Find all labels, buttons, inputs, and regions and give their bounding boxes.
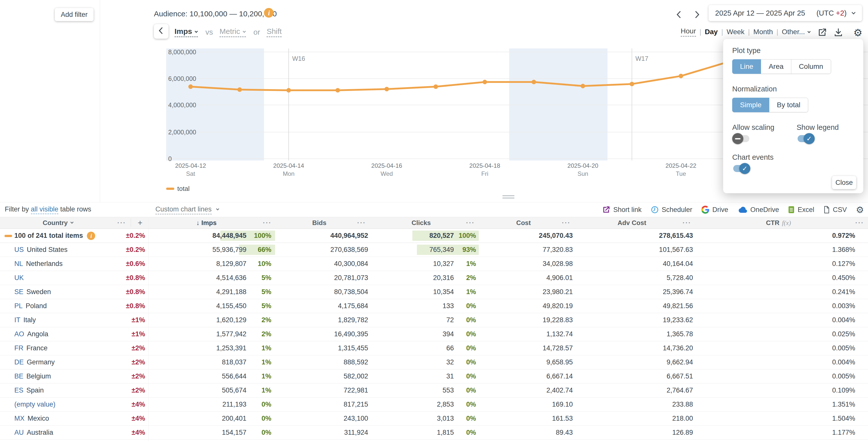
- column-menu-icon[interactable]: ···: [357, 217, 366, 229]
- country-cell[interactable]: AOAngola: [14, 327, 48, 341]
- country-cell[interactable]: AUAustralia: [14, 426, 53, 440]
- table-settings-gear-icon[interactable]: ⚙: [856, 205, 864, 215]
- chart-resize-handle[interactable]: [502, 195, 515, 200]
- country-cell[interactable]: MXMexico: [14, 412, 49, 426]
- utc-label: (UTC +2): [816, 9, 847, 17]
- compare-metric-dropdown[interactable]: Metric: [219, 27, 246, 37]
- add-filter-button[interactable]: Add filter: [55, 8, 94, 21]
- column-menu-icon[interactable]: ···: [117, 217, 126, 229]
- back-button[interactable]: [154, 24, 168, 39]
- info-icon[interactable]: i: [87, 231, 96, 240]
- plot-type-option-area[interactable]: Area: [761, 59, 791, 74]
- column-header-adv-cost[interactable]: Adv Cost: [618, 217, 646, 229]
- country-cell[interactable]: ESSpain: [14, 383, 44, 397]
- download-chart-button[interactable]: [833, 26, 844, 39]
- agg-option-week[interactable]: Week: [727, 28, 745, 36]
- ctr-cell: 0.109%: [832, 383, 855, 397]
- country-cell[interactable]: UK: [14, 271, 27, 285]
- country-cell[interactable]: DEGermany: [14, 355, 55, 369]
- ctr-cell: 1.351%: [832, 398, 855, 411]
- clicks-pct-cell: 0%: [466, 355, 476, 369]
- custom-chart-lines-dropdown[interactable]: Custom chart lines: [155, 205, 219, 213]
- adv-cost-cell: 278,615.43: [659, 229, 693, 243]
- country-name: Sweden: [26, 288, 51, 296]
- clicks-pct-cell: 0%: [466, 341, 476, 355]
- imps-pct-cell: 1%: [261, 369, 271, 383]
- clicks-pct-cell: 0%: [466, 426, 476, 440]
- column-header-country[interactable]: Country: [43, 217, 74, 229]
- export-bar: Short linkSchedulerDriveOneDriveExcelCSV…: [602, 202, 864, 217]
- country-cell[interactable]: SESweden: [14, 285, 51, 299]
- uncertainty-cell: ±2%: [131, 355, 145, 369]
- agg-option-hour[interactable]: Hour: [681, 27, 696, 37]
- x-axis-tick: 2025-04-12Sat: [163, 162, 218, 177]
- agg-option-month[interactable]: Month: [753, 28, 773, 36]
- close-panel-button[interactable]: Close: [832, 176, 856, 189]
- add-column-button[interactable]: +: [138, 217, 143, 229]
- bids-cell: 311,924: [344, 426, 368, 440]
- country-cell[interactable]: NLNetherlands: [14, 257, 63, 271]
- drive-button[interactable]: Drive: [701, 206, 728, 214]
- series-controls: Imps vs Metric or Shift: [175, 26, 282, 38]
- prev-period-button[interactable]: [673, 9, 685, 21]
- country-cell[interactable]: BEBelgium: [14, 369, 51, 383]
- info-icon[interactable]: i: [264, 7, 274, 19]
- column-menu-icon[interactable]: ···: [562, 217, 571, 229]
- shift-dropdown[interactable]: Shift: [267, 27, 282, 37]
- toggle-label: Show legend: [797, 123, 861, 132]
- agg-option-other[interactable]: Other...: [782, 28, 811, 36]
- next-period-button[interactable]: [691, 9, 703, 21]
- total-items-cell[interactable]: 100 of 241 total itemsi: [14, 229, 96, 243]
- country-cell[interactable]: PLPoland: [14, 299, 47, 313]
- minus-icon: [732, 133, 743, 144]
- column-menu-icon[interactable]: ···: [683, 217, 691, 229]
- column-header-cost[interactable]: Cost: [516, 217, 531, 229]
- column-menu-icon[interactable]: ···: [263, 217, 272, 229]
- all-visible-link[interactable]: all visible: [31, 205, 59, 214]
- country-code: PL: [14, 302, 23, 310]
- uncertainty-cell: ±4%: [131, 412, 145, 426]
- onedrive-button[interactable]: OneDrive: [737, 206, 779, 214]
- clicks-cell: 2,853: [437, 398, 454, 411]
- column-menu-icon[interactable]: ···: [466, 217, 475, 229]
- country-cell[interactable]: FRFrance: [14, 341, 48, 355]
- primary-metric-dropdown[interactable]: Imps: [175, 27, 198, 37]
- imps-cell: 154,157: [222, 426, 246, 440]
- normalization-option-simple[interactable]: Simple: [732, 98, 769, 112]
- country-cell[interactable]: USUnited States: [14, 243, 68, 257]
- column-menu-icon[interactable]: ···: [856, 217, 864, 229]
- uncertainty-cell: ±2%: [131, 383, 145, 397]
- toggle-switch[interactable]: ✓: [733, 165, 749, 172]
- plot-type-option-column[interactable]: Column: [791, 59, 831, 74]
- date-range-picker[interactable]: 2025 Apr 12 — 2025 Apr 25 (UTC +2): [709, 5, 862, 21]
- x-axis-tick: 2025-04-16Wed: [359, 162, 414, 177]
- chart-settings-gear-icon[interactable]: ⚙: [852, 26, 864, 39]
- csv-button[interactable]: CSV: [823, 206, 847, 214]
- agg-option-day[interactable]: Day: [705, 28, 718, 36]
- bids-cell: 16,490,395: [334, 327, 368, 341]
- page-title: Audience: 10,100,000 — 10,200,000: [154, 9, 277, 18]
- chevron-down-icon: [807, 30, 811, 33]
- toggle-switch[interactable]: ✓: [798, 135, 814, 142]
- excel-button[interactable]: Excel: [788, 206, 814, 214]
- imps-cell: 4,514,636: [216, 271, 246, 285]
- scheduler-button[interactable]: Scheduler: [651, 206, 692, 214]
- short-link-button[interactable]: Short link: [602, 206, 642, 214]
- column-header-bids[interactable]: Bids: [312, 217, 327, 229]
- adv-cost-cell: 9,662.94: [666, 355, 693, 369]
- open-link-button[interactable]: [817, 26, 828, 39]
- clicks-pct-cell: 2%: [466, 271, 476, 285]
- normalization-option-bytotal[interactable]: By total: [769, 98, 808, 112]
- column-header-imps[interactable]: ↓ Imps: [196, 217, 217, 229]
- country-cell[interactable]: ITItaly: [14, 313, 36, 327]
- country-cell[interactable]: (empty value): [14, 398, 56, 411]
- toggle-switch[interactable]: [733, 135, 749, 142]
- plot-type-option-line[interactable]: Line: [732, 59, 761, 74]
- country-code: AO: [14, 330, 24, 338]
- bids-cell: 20,781,073: [334, 271, 368, 285]
- clicks-pct-cell: 0%: [466, 327, 476, 341]
- table-row: AUAustralia±4%154,1570%311,9241,8150%89.…: [0, 426, 868, 440]
- column-header-clicks[interactable]: Clicks: [412, 217, 431, 229]
- column-header-ctr[interactable]: CTRf(x): [766, 217, 791, 229]
- left-panel-divider: [100, 0, 100, 202]
